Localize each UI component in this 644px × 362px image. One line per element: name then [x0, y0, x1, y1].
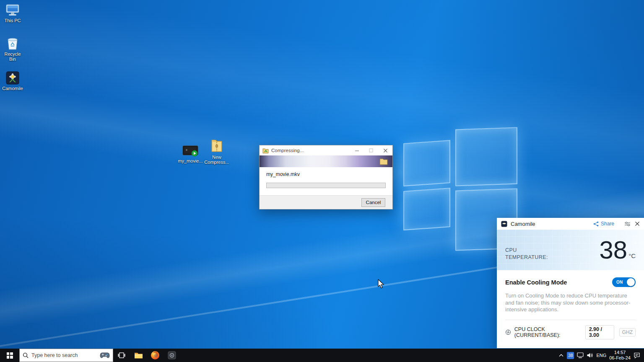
cpu-clock-value: 2.90 / 3.00	[585, 325, 614, 339]
windows-logo-pane	[455, 127, 517, 186]
firefox-button[interactable]	[147, 349, 164, 362]
start-button[interactable]	[0, 349, 19, 362]
cpu-temperature-reading: 38 °C	[599, 238, 636, 262]
firefox-icon	[151, 351, 160, 360]
camomile-app-icon	[6, 70, 19, 85]
this-pc-icon	[5, 3, 20, 17]
zip-dialog-icon	[262, 148, 269, 153]
toggle-on-label: ON	[616, 280, 623, 284]
windows-logo-icon	[7, 352, 13, 359]
cpu-temperature-label: CPU TEMPERATURE:	[505, 239, 548, 261]
progress-bar	[266, 183, 386, 188]
search-icon	[23, 352, 29, 358]
language-indicator[interactable]: ENG	[596, 353, 606, 358]
desktop-icon-label: Camomile	[2, 86, 23, 91]
share-icon	[593, 221, 599, 227]
network-icon[interactable]	[577, 352, 584, 358]
cpu-clock-row: CPU CLOCK (CURRENT/BASE): 2.90 / 3.00 GH…	[505, 320, 636, 339]
windows-logo-pane	[403, 188, 450, 230]
controller-icon	[100, 352, 110, 359]
camomile-window-title: Camomile	[511, 221, 593, 227]
share-label: Share	[601, 221, 614, 227]
system-tray: 38 ENG 14:57 06-Feb-24	[558, 349, 644, 362]
cpu-temperature-unit: °C	[628, 252, 636, 259]
pinned-app-icon	[168, 351, 176, 359]
desktop-icon-my-movie[interactable]: my_movie...	[178, 143, 203, 163]
video-file-icon	[182, 143, 198, 157]
desktop-icon-camomile[interactable]: Camomile	[1, 70, 24, 91]
recycle-bin-icon	[7, 36, 18, 50]
task-view-button[interactable]	[113, 349, 130, 362]
clock-time: 14:57	[609, 350, 631, 355]
tray-overflow-chevron-icon[interactable]	[558, 353, 564, 357]
dialog-body: my_movie.mkv	[260, 167, 392, 195]
cpu-clock-label: CPU CLOCK (CURRENT/BASE):	[514, 326, 582, 338]
share-button[interactable]: Share	[593, 221, 614, 227]
task-view-icon	[118, 352, 125, 359]
dialog-title: Compressing...	[271, 148, 350, 153]
close-icon[interactable]	[378, 145, 392, 155]
maximize-icon[interactable]	[364, 145, 378, 155]
camomile-window-icon	[501, 221, 507, 227]
desktop-icon-label: New Compress...	[204, 155, 229, 165]
camomile-body: Enable Cooling Mode ON Turn on Cooling M…	[497, 270, 644, 348]
toggle-knob	[627, 278, 635, 286]
taskbar: 38 ENG 14:57 06-Feb-24	[0, 349, 644, 362]
settings-sliders-icon[interactable]	[624, 221, 631, 227]
volume-icon[interactable]	[587, 352, 593, 358]
compressing-dialog: Compressing... my_movie.mkv Cancel	[259, 145, 393, 209]
cpu-temperature-panel: CPU TEMPERATURE: 38 °C	[497, 230, 644, 270]
cpu-temperature-value: 38	[599, 238, 627, 262]
file-explorer-button[interactable]	[130, 349, 147, 362]
desktop-icon-label: This PC	[4, 18, 21, 23]
dialog-footer: Cancel	[260, 195, 392, 209]
cpu-temp-tray-badge[interactable]: 38	[567, 352, 574, 359]
search-input[interactable]	[31, 352, 97, 358]
file-explorer-icon	[134, 352, 143, 359]
taskbar-clock[interactable]: 14:57 06-Feb-24	[609, 350, 631, 361]
desktop-icon-label: Recycle Bin	[1, 52, 24, 62]
cpu-clock-unit: GHZ	[619, 328, 636, 336]
taskbar-search-box[interactable]	[19, 349, 113, 362]
cpu-fan-icon	[505, 329, 511, 336]
close-icon[interactable]	[635, 221, 640, 226]
clock-date: 06-Feb-24	[609, 355, 631, 361]
pinned-app-button[interactable]	[164, 349, 180, 362]
zip-folder-icon	[210, 137, 223, 153]
cooling-mode-row: Enable Cooling Mode ON	[505, 277, 636, 287]
cooling-mode-toggle[interactable]: ON	[612, 277, 636, 287]
desktop-icon-recycle-bin[interactable]: Recycle Bin	[1, 36, 24, 62]
banner-folder-icon	[379, 157, 388, 165]
cooling-mode-description: Turn on Cooling Mode to reduce CPU tempe…	[505, 292, 636, 313]
action-center-icon[interactable]	[634, 352, 640, 359]
windows-logo-pane	[403, 140, 450, 186]
cooling-mode-label: Enable Cooling Mode	[505, 279, 567, 286]
camomile-titlebar[interactable]: Camomile Share	[497, 218, 644, 230]
minimize-icon[interactable]	[350, 145, 364, 155]
compression-banner	[260, 155, 392, 167]
cancel-button[interactable]: Cancel	[361, 198, 385, 207]
dialog-titlebar[interactable]: Compressing...	[260, 145, 392, 155]
desktop-icon-new-compressed[interactable]: New Compress...	[204, 137, 229, 165]
desktop-icon-this-pc[interactable]: This PC	[1, 3, 24, 23]
compressing-file-name: my_movie.mkv	[266, 171, 386, 177]
desktop-icon-label: my_movie...	[178, 158, 203, 163]
camomile-window: Camomile Share CPU TEMPERATURE:	[497, 218, 644, 348]
